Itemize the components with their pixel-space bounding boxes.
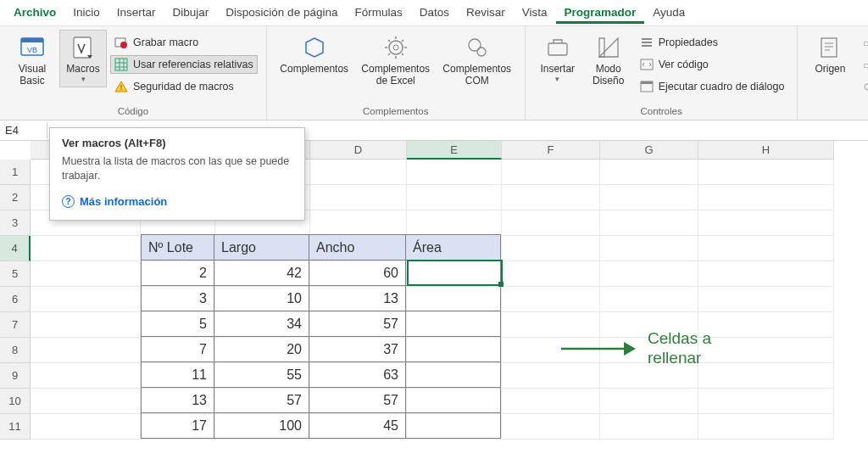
menu-archivo[interactable]: Archivo bbox=[5, 3, 64, 24]
table-cell[interactable]: 13 bbox=[309, 286, 406, 311]
table-cell[interactable]: 2 bbox=[142, 261, 214, 286]
cell-H5[interactable] bbox=[698, 261, 834, 287]
complementos-button[interactable]: Complementos bbox=[275, 30, 353, 79]
row-header-11[interactable]: 11 bbox=[0, 414, 31, 440]
cell-D1[interactable] bbox=[310, 160, 407, 185]
cell-G5[interactable] bbox=[600, 261, 698, 287]
cell-E3[interactable] bbox=[407, 210, 502, 236]
table-cell[interactable] bbox=[406, 413, 501, 439]
cell-A8[interactable] bbox=[31, 338, 141, 363]
cell-H2[interactable] bbox=[698, 185, 834, 210]
cell-F1[interactable] bbox=[502, 160, 600, 185]
cell-F6[interactable] bbox=[502, 287, 600, 312]
menu-programador[interactable]: Programador bbox=[556, 3, 645, 24]
cell-H4[interactable] bbox=[698, 236, 834, 261]
menu-datos[interactable]: Datos bbox=[411, 3, 458, 24]
cell-A10[interactable] bbox=[31, 389, 141, 414]
col-header-H[interactable]: H bbox=[698, 141, 834, 160]
menu-dibujar[interactable]: Dibujar bbox=[164, 3, 218, 24]
table-cell[interactable]: 37 bbox=[309, 337, 406, 362]
cell-A6[interactable] bbox=[31, 287, 141, 312]
cell-A9[interactable] bbox=[31, 363, 141, 389]
cell-A7[interactable] bbox=[31, 312, 141, 338]
table-cell[interactable] bbox=[406, 388, 501, 413]
cell-A4[interactable] bbox=[31, 236, 141, 261]
row-header-10[interactable]: 10 bbox=[0, 389, 31, 414]
cell-G6[interactable] bbox=[600, 287, 698, 312]
table-cell[interactable] bbox=[406, 286, 501, 311]
menu-ayuda[interactable]: Ayuda bbox=[644, 3, 693, 24]
row-header-8[interactable]: 8 bbox=[0, 338, 31, 363]
usar-referencias-button[interactable]: Usar referencias relativas bbox=[110, 55, 258, 74]
cell-H1[interactable] bbox=[698, 160, 834, 185]
complementos-excel-button[interactable]: Complementos de Excel bbox=[357, 30, 435, 91]
cell-H6[interactable] bbox=[698, 287, 834, 312]
menu-fórmulas[interactable]: Fórmulas bbox=[346, 3, 410, 24]
menu-disposición-de-página[interactable]: Disposición de página bbox=[217, 3, 346, 24]
table-cell[interactable]: 60 bbox=[309, 261, 406, 286]
cell-D3[interactable] bbox=[310, 210, 407, 236]
cell-E2[interactable] bbox=[407, 185, 502, 210]
table-cell[interactable]: 55 bbox=[214, 362, 309, 388]
visual-basic-button[interactable]: VB Visual Basic bbox=[8, 30, 56, 91]
row-header-2[interactable]: 2 bbox=[0, 185, 31, 210]
row-header-1[interactable]: 1 bbox=[0, 160, 31, 185]
col-header-G[interactable]: G bbox=[600, 141, 698, 160]
table-cell[interactable] bbox=[406, 362, 501, 388]
col-header-D[interactable]: D bbox=[310, 141, 407, 160]
propiedades-button[interactable]: Propiedades bbox=[636, 33, 789, 52]
table-cell[interactable]: 57 bbox=[214, 388, 309, 413]
ver-codigo-button[interactable]: Ver código bbox=[636, 55, 789, 74]
cell-F2[interactable] bbox=[502, 185, 600, 210]
origen-button[interactable]: Origen bbox=[806, 30, 854, 79]
cell-G3[interactable] bbox=[600, 210, 698, 236]
menu-revisar[interactable]: Revisar bbox=[458, 3, 514, 24]
cell-G2[interactable] bbox=[600, 185, 698, 210]
row-header-9[interactable]: 9 bbox=[0, 363, 31, 389]
cell-G11[interactable] bbox=[600, 414, 698, 440]
table-cell[interactable]: 7 bbox=[142, 337, 214, 362]
tooltip-link[interactable]: ? Más información bbox=[62, 195, 292, 208]
row-header-7[interactable]: 7 bbox=[0, 312, 31, 338]
cell-H7[interactable] bbox=[698, 312, 834, 338]
menu-inicio[interactable]: Inicio bbox=[64, 3, 108, 24]
table-cell[interactable]: 17 bbox=[142, 413, 214, 439]
table-cell[interactable]: 34 bbox=[214, 311, 309, 337]
table-cell[interactable]: 13 bbox=[142, 388, 214, 413]
cell-D2[interactable] bbox=[310, 185, 407, 210]
seguridad-macros-button[interactable]: ! Seguridad de macros bbox=[110, 77, 258, 96]
cell-F5[interactable] bbox=[502, 261, 600, 287]
table-cell[interactable]: 10 bbox=[214, 286, 309, 311]
cell-H8[interactable] bbox=[698, 338, 834, 363]
cell-F10[interactable] bbox=[502, 389, 600, 414]
cell-F11[interactable] bbox=[502, 414, 600, 440]
table-cell[interactable]: 57 bbox=[309, 311, 406, 337]
cell-A5[interactable] bbox=[31, 261, 141, 287]
cell-H11[interactable] bbox=[698, 414, 834, 440]
cell-H10[interactable] bbox=[698, 389, 834, 414]
menu-insertar[interactable]: Insertar bbox=[108, 3, 164, 24]
ejecutar-dialogo-button[interactable]: Ejecutar cuadro de diálogo bbox=[636, 77, 789, 96]
menu-vista[interactable]: Vista bbox=[514, 3, 556, 24]
cell-F3[interactable] bbox=[502, 210, 600, 236]
row-header-6[interactable]: 6 bbox=[0, 287, 31, 312]
cell-E1[interactable] bbox=[407, 160, 502, 185]
complementos-com-button[interactable]: Complementos COM bbox=[438, 30, 516, 91]
cell-F4[interactable] bbox=[502, 236, 600, 261]
table-cell[interactable]: 100 bbox=[214, 413, 309, 439]
table-cell[interactable]: 20 bbox=[214, 337, 309, 362]
table-cell[interactable] bbox=[406, 261, 501, 286]
table-cell[interactable] bbox=[406, 311, 501, 337]
cell-A11[interactable] bbox=[31, 414, 141, 440]
col-header-F[interactable]: F bbox=[502, 141, 600, 160]
cell-H3[interactable] bbox=[698, 210, 834, 236]
modo-diseno-button[interactable]: Modo Diseño bbox=[585, 30, 632, 91]
grabar-macro-button[interactable]: Grabar macro bbox=[110, 33, 258, 52]
row-header-5[interactable]: 5 bbox=[0, 261, 31, 287]
row-header-4[interactable]: 4 bbox=[0, 236, 31, 261]
cell-G1[interactable] bbox=[600, 160, 698, 185]
row-header-3[interactable]: 3 bbox=[0, 210, 31, 236]
cell-G10[interactable] bbox=[600, 389, 698, 414]
cell-G4[interactable] bbox=[600, 236, 698, 261]
table-cell[interactable] bbox=[406, 337, 501, 362]
